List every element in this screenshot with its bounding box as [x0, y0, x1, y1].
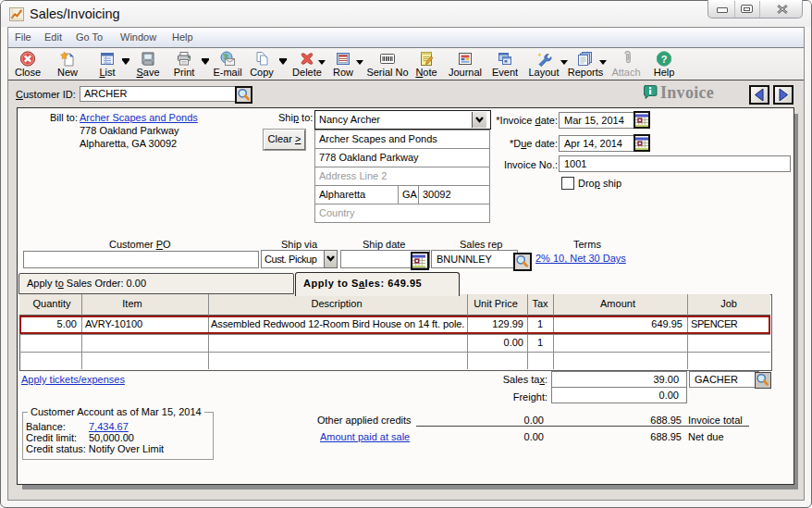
svg-text:?: ? — [661, 54, 668, 65]
